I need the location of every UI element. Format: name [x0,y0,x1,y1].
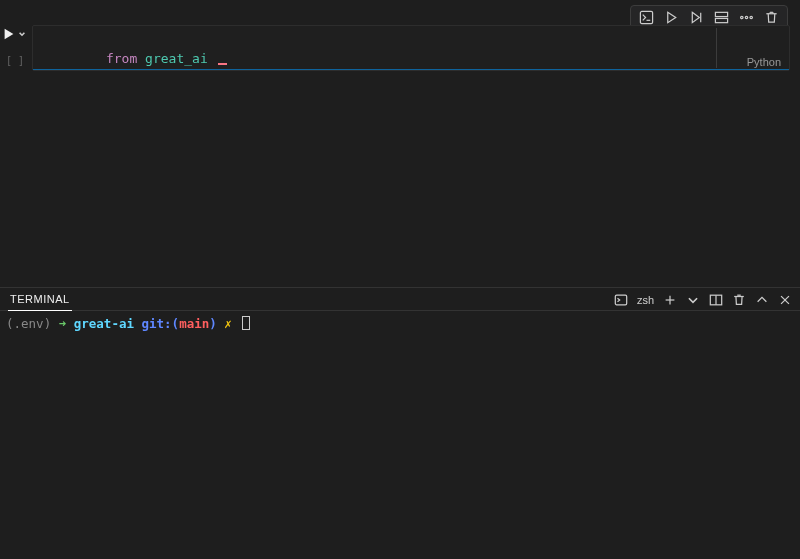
svg-point-8 [745,16,747,18]
prompt-arrow: ➜ [59,316,67,331]
chevron-down-icon[interactable] [18,27,26,41]
terminal-profile-icon[interactable] [614,293,628,307]
svg-marker-2 [668,12,676,22]
prompt-git-prefix: git: [142,316,172,331]
execution-count: [ ] [6,55,24,66]
svg-marker-13 [5,29,14,40]
cell-language-label[interactable]: Python [747,56,781,68]
cell-focus-indicator [33,69,789,71]
python-env-icon[interactable] [639,10,654,25]
split-terminal-icon[interactable] [709,293,723,307]
kill-terminal-icon[interactable] [732,293,746,307]
terminal-content[interactable]: (.env) ➜ great-ai git:(main) ✗ [6,316,794,331]
error-squiggle [218,63,227,65]
code-cell[interactable]: from great_ai Python [32,25,790,71]
chevron-down-icon[interactable] [686,293,700,307]
prompt-env: (.env) [6,316,51,331]
prompt-dirty-icon: ✗ [224,316,232,331]
prompt-git-close: ) [209,316,217,331]
prompt-git-open: ( [172,316,180,331]
terminal-cursor [242,316,250,330]
prompt-git-branch: main [179,316,209,331]
more-icon[interactable] [739,10,754,25]
maximize-panel-icon[interactable] [755,293,769,307]
run-cell-button[interactable] [2,27,26,41]
run-below-icon[interactable] [689,10,704,25]
close-panel-icon[interactable] [778,293,792,307]
svg-rect-0 [640,11,652,23]
new-terminal-icon[interactable] [663,293,677,307]
keyword-from: from [106,51,137,66]
svg-rect-5 [715,12,727,16]
module-name: great_ai [145,51,208,66]
panel-header: TERMINAL zsh [0,287,800,311]
svg-rect-6 [715,18,727,22]
cell-divider [716,28,717,68]
svg-rect-14 [615,295,626,305]
run-cell-icon[interactable] [664,10,679,25]
panel-actions: zsh [614,288,792,312]
svg-marker-3 [692,12,699,22]
terminal-shell-label[interactable]: zsh [637,294,654,306]
prompt-dir: great-ai [74,316,134,331]
code-content[interactable]: from great_ai [59,36,227,81]
editor-area: [ ] from great_ai Python [0,0,800,280]
split-cell-icon[interactable] [714,10,729,25]
tab-terminal[interactable]: TERMINAL [8,287,72,311]
svg-point-9 [750,16,752,18]
svg-point-7 [741,16,743,18]
trash-icon[interactable] [764,10,779,25]
